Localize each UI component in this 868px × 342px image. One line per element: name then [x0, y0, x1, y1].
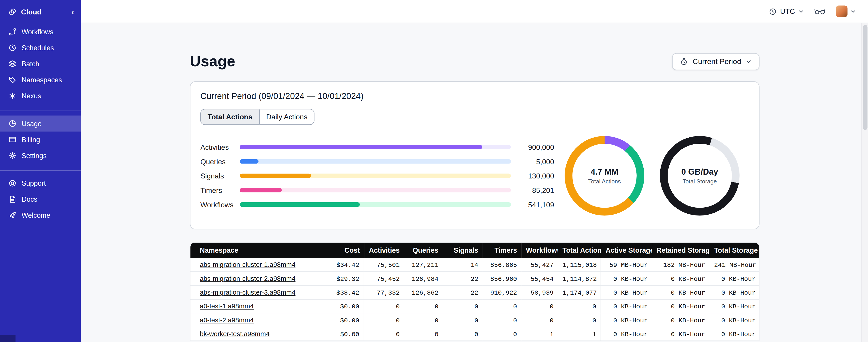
- cell-queries: 0: [404, 300, 443, 313]
- cell-total-actions: 1,115,018: [558, 258, 601, 272]
- namespace-link[interactable]: a0-test-2.a98mm4: [200, 316, 254, 324]
- table-row: bk-worker-test.a98mm4$0.000000110 KB-Hou…: [190, 327, 760, 341]
- glasses-icon[interactable]: [814, 7, 826, 15]
- tab-total-actions[interactable]: Total Actions: [201, 109, 259, 124]
- chevron-down-icon: [798, 8, 804, 14]
- cell-namespace: abs-migration-cluster-2.a98mm4: [190, 272, 330, 286]
- bar-fill: [240, 188, 282, 193]
- scrollbar-thumb[interactable]: [863, 25, 867, 130]
- bar-fill: [240, 159, 259, 164]
- col-header-namespace: Namespace: [190, 243, 330, 258]
- namespace-usage-table: NamespaceCostActivitiesQueriesSignalsTim…: [190, 242, 759, 341]
- cell-queries: 127,211: [404, 258, 443, 272]
- sidebar-item-usage[interactable]: Usage: [0, 115, 81, 132]
- bar-track: [240, 173, 511, 178]
- batch-icon: [8, 60, 17, 68]
- sidebar-item-docs[interactable]: Docs: [0, 191, 81, 207]
- chevron-down-icon: [746, 59, 752, 65]
- user-avatar[interactable]: [836, 6, 847, 17]
- cell-active-storage: 0 KB-Hour: [601, 313, 652, 327]
- cell-signals: 0: [443, 313, 483, 327]
- namespace-link[interactable]: abs-migration-cluster-3.a98mm4: [200, 288, 296, 296]
- namespace-link[interactable]: abs-migration-cluster-1.a98mm4: [200, 261, 296, 269]
- cell-cost: $0.00: [330, 327, 364, 341]
- namespace-link[interactable]: abs-migration-cluster-2.a98mm4: [200, 275, 296, 282]
- cell-active-storage: 59 MB-Hour: [601, 258, 652, 272]
- sidebar-brand-label: Cloud: [21, 8, 41, 16]
- schedules-icon: [8, 44, 17, 52]
- bar-value: 130,000: [518, 172, 554, 180]
- stopwatch-icon: [680, 58, 688, 66]
- cell-queries: 0: [404, 327, 443, 341]
- sidebar-item-schedules[interactable]: Schedules: [0, 40, 81, 56]
- bar-value: 541,109: [518, 200, 554, 209]
- sidebar-item-workflows[interactable]: Workflows: [0, 24, 81, 40]
- namespace-link[interactable]: bk-worker-test.a98mm4: [200, 330, 270, 338]
- sidebar-item-label: Billing: [22, 136, 40, 143]
- cell-total-storage: 0 KB-Hour: [710, 300, 760, 313]
- sidebar-item-batch[interactable]: Batch: [0, 56, 81, 72]
- collapse-sidebar-button[interactable]: ‹: [71, 8, 74, 16]
- donut-chart: 4.7 MMTotal Actions: [565, 136, 644, 216]
- col-header-timers: Timers: [483, 243, 522, 258]
- cell-active-storage: 0 KB-Hour: [601, 300, 652, 313]
- content: Usage Current Period: [81, 23, 868, 342]
- viewport: Cloud ‹ WorkflowsSchedulesBatchNamespace…: [0, 0, 868, 342]
- col-header-retained-storage: Retained Storage: [652, 243, 710, 258]
- cell-retained-storage: 182 MB-Hour: [652, 258, 710, 272]
- cell-total-storage: 0 KB-Hour: [710, 286, 760, 300]
- cell-workflows: 55,454: [521, 272, 558, 286]
- cell-workflows: 55,427: [521, 258, 558, 272]
- period-selector-button[interactable]: Current Period: [672, 53, 760, 70]
- sidebar-item-nexus[interactable]: Nexus: [0, 88, 81, 104]
- cell-retained-storage: 0 KB-Hour: [652, 313, 710, 327]
- cell-timers: 856,960: [483, 272, 522, 286]
- col-header-total-actions: Total Actions: [558, 243, 601, 258]
- sidebar-item-label: Docs: [22, 195, 37, 203]
- donut-label: Total Actions: [588, 178, 621, 184]
- col-header-workflows: Workflows: [521, 243, 558, 258]
- cell-retained-storage: 0 KB-Hour: [652, 272, 710, 286]
- user-menu[interactable]: [836, 6, 856, 17]
- bar-value: 85,201: [518, 186, 554, 195]
- cell-activities: 0: [364, 300, 404, 313]
- namespace-link[interactable]: a0-test-1.a98mm4: [200, 302, 254, 310]
- settings-icon: [8, 151, 17, 160]
- tab-daily-actions[interactable]: Daily Actions: [259, 109, 314, 124]
- support-icon: [8, 179, 17, 187]
- cell-active-storage: 0 KB-Hour: [601, 286, 652, 300]
- usage-bar-row: Workflows541,109: [200, 197, 555, 212]
- cell-active-storage: 0 KB-Hour: [601, 327, 652, 341]
- cell-workflows: 0: [521, 300, 558, 313]
- scrollbar[interactable]: [862, 23, 868, 342]
- app: Cloud ‹ WorkflowsSchedulesBatchNamespace…: [0, 0, 868, 342]
- cell-workflows: 58,939: [521, 286, 558, 300]
- sidebar-item-settings[interactable]: Settings: [0, 147, 81, 164]
- current-period-title: Current Period (09/01/2024 — 10/01/2024): [200, 91, 749, 101]
- billing-icon: [8, 135, 17, 144]
- timezone-selector[interactable]: UTC: [769, 7, 804, 15]
- cell-total-actions: 1: [558, 327, 601, 341]
- cell-cost: $29.32: [330, 272, 364, 286]
- sidebar-item-billing[interactable]: Billing: [0, 132, 81, 147]
- donut-center: 4.7 MMTotal Actions: [565, 136, 644, 216]
- cell-queries: 126,984: [404, 272, 443, 286]
- table-row: abs-migration-cluster-1.a98mm4$34.4275,5…: [190, 258, 760, 272]
- timezone-label: UTC: [780, 7, 795, 15]
- cell-total-storage: 241 MB-Hour: [710, 258, 760, 272]
- cell-namespace: a0-test-1.a98mm4: [190, 300, 330, 313]
- cell-namespace: abs-migration-cluster-1.a98mm4: [190, 258, 330, 272]
- cell-signals: 14: [443, 258, 483, 272]
- sidebar-bottom-accent: [0, 335, 16, 342]
- sidebar-item-label: Namespaces: [22, 76, 62, 84]
- cell-signals: 22: [443, 272, 483, 286]
- sidebar-item-support[interactable]: Support: [0, 175, 81, 191]
- namespaces-icon: [8, 76, 17, 84]
- bar-label: Workflows: [200, 200, 240, 209]
- sidebar-item-welcome[interactable]: Welcome: [0, 207, 81, 223]
- donut-label: Total Storage: [683, 178, 717, 184]
- sidebar-item-namespaces[interactable]: Namespaces: [0, 72, 81, 88]
- cell-workflows: 1: [521, 327, 558, 341]
- sidebar-nav: WorkflowsSchedulesBatchNamespacesNexusUs…: [0, 22, 81, 226]
- table-header-row: NamespaceCostActivitiesQueriesSignalsTim…: [190, 243, 760, 258]
